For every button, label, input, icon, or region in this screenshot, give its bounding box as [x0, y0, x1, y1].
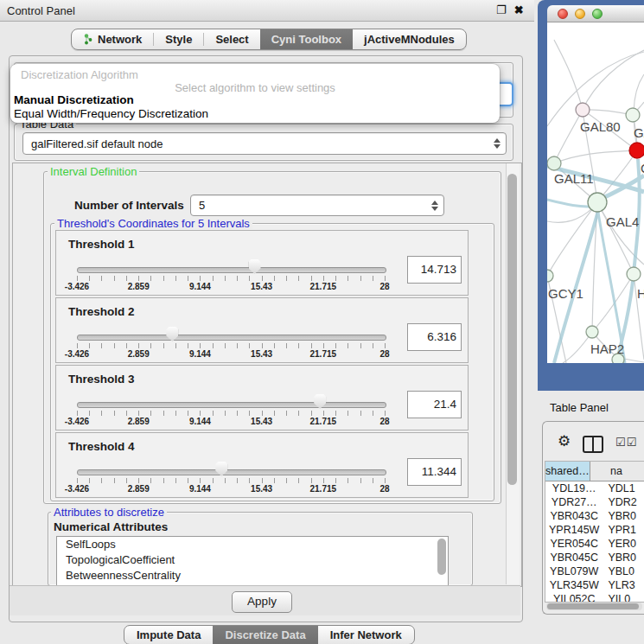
threshold-4-slider-track[interactable] [77, 469, 386, 475]
tab-infer-network[interactable]: Infer Network [318, 626, 414, 644]
node-gal4[interactable] [588, 193, 607, 212]
node-gcy1[interactable] [547, 270, 553, 282]
tick-label: 2.859 [128, 417, 150, 426]
tab-select[interactable]: Select [204, 29, 259, 49]
threshold-1-panel: Threshold 1 -3.4262.8599.14415.4321.7152… [55, 230, 469, 296]
settings-vertical-scrollbar-thumb[interactable] [507, 174, 517, 485]
table-row[interactable]: YBR043CYBR0 [545, 509, 644, 523]
gear-icon[interactable]: ⚙ [558, 434, 571, 449]
node-label-c-cut: C [641, 161, 644, 175]
tab-jactivemnodules[interactable]: jActiveMNodules [353, 29, 466, 49]
tick-label: 21.715 [310, 484, 337, 494]
cell-name[interactable]: YIL0 [603, 592, 644, 603]
cell-shared-name[interactable]: YPR145W [545, 523, 603, 537]
close-window-icon[interactable]: ✖ [514, 3, 524, 16]
tick-label: -3.426 [65, 282, 89, 291]
attribute-list-item[interactable]: BetweennessCentrality [57, 568, 448, 583]
tick-label: 28 [379, 282, 389, 291]
cell-shared-name[interactable]: YDR27… [545, 495, 603, 509]
threshold-2-slider-track[interactable] [77, 335, 386, 341]
table-data-combobox[interactable]: galFiltered.sif default node [22, 132, 507, 155]
tab-network[interactable]: Network [72, 29, 153, 49]
cell-shared-name[interactable]: YER054C [545, 537, 603, 551]
table-row[interactable]: YDR27…YDR2 [545, 495, 644, 509]
cell-name[interactable]: YBL0 [603, 564, 644, 578]
close-traffic-light-icon[interactable] [558, 9, 568, 19]
table-row[interactable]: YPR145WYPR1 [545, 523, 644, 537]
table-horizontal-scrollbar[interactable] [546, 603, 642, 610]
node-attribute-table[interactable]: shared… na YDL19…YDL1YDR27…YDR2YBR043CYB… [545, 461, 644, 603]
cell-name[interactable]: YBR0 [603, 509, 644, 523]
table-panel-title: Table Panel [550, 401, 609, 414]
algorithm-option-equal-width[interactable]: Equal Width/Frequency Discretization [14, 107, 208, 120]
cell-name[interactable]: YER0 [603, 537, 644, 551]
node-label-h-cut: H [637, 286, 644, 301]
attribute-list-item[interactable]: TopologicalCoefficient [57, 552, 448, 568]
threshold-1-value-field[interactable]: 14.713 [407, 256, 462, 284]
node-gal80[interactable] [576, 103, 590, 117]
table-row[interactable]: YER054CYER0 [545, 537, 644, 551]
cell-shared-name[interactable]: YLR345W [545, 578, 603, 592]
node-hap2[interactable] [586, 326, 598, 338]
cell-shared-name[interactable]: YIL052C [545, 592, 603, 603]
threshold-2-tickbar [77, 343, 386, 348]
cell-shared-name[interactable]: YBL079W [545, 564, 603, 578]
cell-shared-name[interactable]: YDL19… [545, 481, 603, 495]
threshold-3-label: Threshold 3 [68, 373, 135, 386]
tab-discretize-data[interactable]: Discretize Data [213, 626, 317, 644]
node-gal11[interactable] [547, 156, 561, 170]
threshold-1-slider-track[interactable] [77, 267, 386, 273]
algorithm-placeholder: Select algorithm to view settings [10, 81, 500, 94]
table-horizontal-scrollbar-thumb[interactable] [547, 603, 639, 609]
minimize-traffic-light-icon[interactable] [575, 9, 585, 19]
cell-name[interactable]: YDL1 [603, 481, 644, 495]
threshold-3-slider-track[interactable] [77, 402, 386, 408]
split-view-icon[interactable] [583, 436, 603, 453]
cell-shared-name[interactable]: YBR043C [545, 509, 603, 523]
combobox-stepper-icon [494, 138, 501, 149]
table-header-row: shared… na [545, 462, 644, 481]
table-row[interactable]: YBL079WYBL0 [545, 564, 644, 578]
table-row[interactable]: YBR045CYBR0 [545, 551, 644, 564]
table-row[interactable]: YIL052CYIL0 [545, 592, 644, 603]
node-label-hap2: HAP2 [590, 341, 624, 356]
node-label-ga-cut: GA [634, 125, 644, 140]
float-window-icon[interactable]: ❐ [496, 3, 507, 16]
numerical-attributes-label: Numerical Attributes [54, 520, 168, 533]
tick-label: 15.43 [251, 349, 272, 359]
threshold-3-panel: Threshold 3 -3.4262.8599.14415.4321.7152… [55, 365, 469, 430]
cell-name[interactable]: YPR1 [603, 523, 644, 537]
zoom-traffic-light-icon[interactable] [592, 9, 603, 19]
attribute-list-item[interactable]: SelfLoops [57, 537, 448, 552]
cell-name[interactable]: YBR0 [603, 551, 644, 564]
threshold-1-tickbar [77, 276, 386, 281]
tab-cyni-toolbox[interactable]: Cyni Toolbox [260, 29, 353, 49]
attributes-list-scrollbar-thumb[interactable] [437, 539, 446, 575]
column-header-shared-name[interactable]: shared… [545, 462, 590, 481]
tab-impute-data[interactable]: Impute Data [124, 626, 213, 644]
table-row[interactable]: YLR345WYLR3 [545, 578, 644, 592]
number-of-intervals-combobox[interactable]: 5 [190, 194, 444, 216]
select-columns-icon[interactable]: ☑☑ [615, 436, 637, 449]
threshold-3-value-field[interactable]: 21.4 [407, 391, 462, 418]
node-red-selected[interactable] [629, 143, 644, 158]
algorithm-option-manual[interactable]: Manual Discretization [14, 93, 134, 106]
tick-label: 15.43 [251, 282, 272, 291]
table-row[interactable]: YDL19…YDL1 [545, 481, 644, 495]
threshold-coordinates-group-label: Threshold's Coordinates for 5 Intervals [54, 218, 252, 229]
tick-label: 21.715 [310, 282, 337, 291]
node-top-right[interactable] [626, 108, 640, 122]
network-canvas[interactable]: GAL80 GA C GAL11 GAL4 GCY1 H HAP2 [547, 22, 644, 363]
cell-name[interactable]: YDR2 [603, 495, 644, 509]
node-h[interactable] [627, 267, 641, 281]
network-window-titlebar[interactable] [547, 5, 644, 22]
numerical-attributes-list[interactable]: SelfLoopsTopologicalCoefficientBetweenne… [56, 536, 449, 586]
apply-button[interactable]: Apply [232, 591, 292, 613]
threshold-2-value-field[interactable]: 6.316 [407, 323, 462, 351]
cell-name[interactable]: YLR3 [603, 578, 644, 592]
cell-shared-name[interactable]: YBR045C [545, 551, 603, 564]
threshold-4-value-field[interactable]: 11.344 [407, 458, 462, 486]
column-header-name[interactable]: na [590, 462, 644, 481]
threshold-1-label: Threshold 1 [68, 238, 135, 251]
tab-style[interactable]: Style [154, 29, 203, 49]
